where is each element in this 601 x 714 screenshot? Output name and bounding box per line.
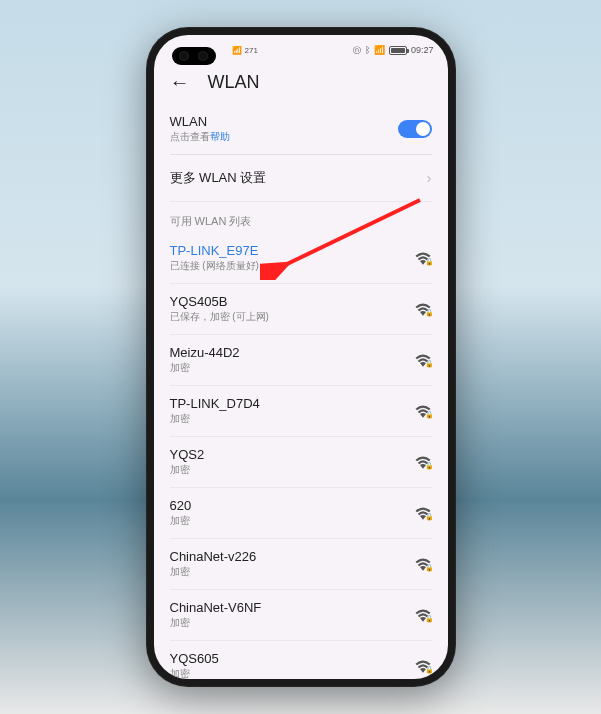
wifi-signal-icon: 🔒: [414, 302, 432, 316]
wlan-toggle-sub: 点击查看帮助: [170, 130, 230, 144]
network-name: ChinaNet-v226: [170, 549, 257, 564]
more-settings-row[interactable]: 更多 WLAN 设置 ›: [170, 155, 432, 202]
lock-icon: 🔒: [425, 309, 434, 317]
network-row[interactable]: ChinaNet-V6NF 加密 🔒: [170, 590, 432, 641]
wifi-signal-icon: 🔒: [414, 455, 432, 469]
network-status: 加密: [170, 565, 257, 579]
page-title: WLAN: [208, 72, 260, 93]
lock-icon: 🔒: [425, 615, 434, 623]
battery-icon: [389, 46, 407, 55]
camera-cutout: [172, 47, 216, 65]
lock-icon: 🔒: [425, 564, 434, 572]
network-name: YQS405B: [170, 294, 269, 309]
lock-icon: 🔒: [425, 258, 434, 266]
bluetooth-icon: ᛒ: [365, 45, 370, 55]
network-status: 加密: [170, 412, 260, 426]
network-name: TP-LINK_D7D4: [170, 396, 260, 411]
signal-icon: 📶: [232, 46, 242, 55]
lock-icon: 🔒: [425, 411, 434, 419]
network-status: 加密: [170, 616, 262, 630]
network-row[interactable]: YQS2 加密 🔒: [170, 437, 432, 488]
network-list: TP-LINK_E97E 已连接 (网络质量好) 🔒 YQS405B 已保存，加…: [170, 233, 432, 679]
network-row[interactable]: TP-LINK_E97E 已连接 (网络质量好) 🔒: [170, 233, 432, 284]
network-name: TP-LINK_E97E: [170, 243, 259, 258]
network-row[interactable]: YQS405B 已保存，加密 (可上网) 🔒: [170, 284, 432, 335]
wlan-toggle-label: WLAN: [170, 114, 230, 129]
clock: 09:27: [411, 45, 434, 55]
network-name: YQS605: [170, 651, 219, 666]
chevron-right-icon: ›: [427, 170, 432, 186]
wifi-signal-icon: 🔒: [414, 353, 432, 367]
wifi-signal-icon: 🔒: [414, 404, 432, 418]
network-row[interactable]: TP-LINK_D7D4 加密 🔒: [170, 386, 432, 437]
network-status: 已连接 (网络质量好): [170, 259, 259, 273]
wifi-signal-icon: 🔒: [414, 608, 432, 622]
back-icon[interactable]: ←: [170, 71, 190, 94]
network-name: Meizu-44D2: [170, 345, 240, 360]
screen: 📶 271 ⓝ ᛒ 📶 09:27 ← WLAN WLAN 点击查看帮助: [154, 35, 448, 679]
wifi-signal-icon: 🔒: [414, 506, 432, 520]
network-row[interactable]: 620 加密 🔒: [170, 488, 432, 539]
more-settings-label: 更多 WLAN 设置: [170, 169, 267, 187]
network-row[interactable]: ChinaNet-v226 加密 🔒: [170, 539, 432, 590]
wlan-toggle-switch[interactable]: [398, 120, 432, 138]
network-status: 已保存，加密 (可上网): [170, 310, 269, 324]
wifi-signal-icon: 🔒: [414, 659, 432, 673]
wifi-signal-icon: 🔒: [414, 251, 432, 265]
network-name: YQS2: [170, 447, 205, 462]
network-speed: 271: [245, 46, 258, 55]
available-networks-label: 可用 WLAN 列表: [170, 202, 432, 233]
wlan-toggle-row[interactable]: WLAN 点击查看帮助: [170, 104, 432, 155]
network-status: 加密: [170, 463, 205, 477]
lock-icon: 🔒: [425, 513, 434, 521]
network-name: 620: [170, 498, 192, 513]
lock-icon: 🔒: [425, 666, 434, 674]
network-status: 加密: [170, 667, 219, 679]
network-status: 加密: [170, 514, 192, 528]
wifi-status-icon: 📶: [374, 45, 385, 55]
network-row[interactable]: YQS605 加密 🔒: [170, 641, 432, 679]
header: ← WLAN: [154, 65, 448, 104]
network-row[interactable]: Meizu-44D2 加密 🔒: [170, 335, 432, 386]
wifi-signal-icon: 🔒: [414, 557, 432, 571]
nfc-icon: ⓝ: [353, 45, 361, 56]
lock-icon: 🔒: [425, 360, 434, 368]
network-status: 加密: [170, 361, 240, 375]
phone-frame: 📶 271 ⓝ ᛒ 📶 09:27 ← WLAN WLAN 点击查看帮助: [146, 27, 456, 687]
network-name: ChinaNet-V6NF: [170, 600, 262, 615]
lock-icon: 🔒: [425, 462, 434, 470]
